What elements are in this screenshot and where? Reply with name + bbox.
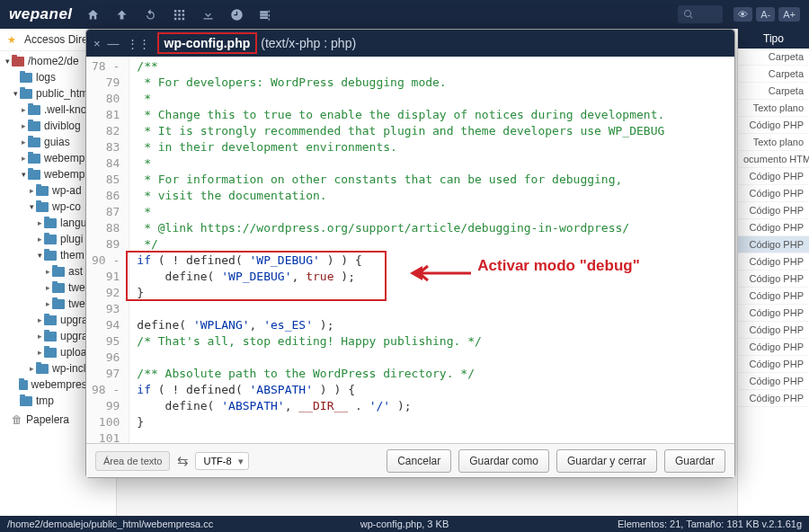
type-cell[interactable]: Código PHP [738,339,809,356]
chevron-right-icon[interactable]: ▸ [27,364,36,373]
textarea-mode-label[interactable]: Área de texto [95,451,170,471]
grid-icon[interactable] [173,7,187,22]
refresh-icon[interactable] [144,7,158,22]
type-cell[interactable]: Código PHP [738,236,809,253]
chevron-right-icon[interactable]: ▸ [35,332,44,341]
type-cell[interactable]: Código PHP [738,168,809,185]
type-cell[interactable]: Código PHP [738,219,809,236]
code-line[interactable]: define( 'ABSPATH', __DIR__ . '/' ); [137,398,727,414]
chevron-down-icon[interactable]: ▾ [11,89,20,98]
chevron-down-icon[interactable]: ▾ [19,170,28,179]
code-line[interactable] [137,430,727,443]
chevron-right-icon[interactable]: ▸ [19,121,28,130]
chevron-right-icon[interactable]: ▸ [19,154,28,163]
code-line[interactable]: } [137,414,727,430]
chevron-right-icon[interactable]: ▸ [43,267,52,276]
chevron-right-icon[interactable]: ▸ [35,235,44,244]
type-cell[interactable]: Código PHP [738,253,809,270]
save-button[interactable]: Guardar [664,449,725,473]
type-cell[interactable]: Texto plano [738,134,809,151]
code-area[interactable]: Activar modo "debug" /** * For developer… [129,57,734,443]
font-decrease-button[interactable]: A- [756,7,775,22]
chevron-right-icon[interactable]: ▸ [19,137,28,146]
up-icon[interactable] [115,7,129,22]
tree-item-label: wp-ad [52,184,82,197]
type-cell[interactable]: Código PHP [738,390,809,407]
code-line[interactable]: * @link https://wordpress.org/support/ar… [137,220,727,236]
chevron-right-icon[interactable]: ▸ [27,186,36,195]
folder-icon [44,348,57,358]
gutter-line: 96 [92,350,120,366]
code-line[interactable]: if ( ! defined( 'WP_DEBUG' ) ) { [137,253,727,269]
save-as-button[interactable]: Guardar como [458,449,549,473]
chevron-right-icon[interactable]: ▸ [19,105,28,114]
chevron-right-icon[interactable]: ▸ [35,315,44,324]
minimize-icon[interactable]: — [108,37,120,50]
editor-body[interactable]: 78 -798081828384858687888990 -9192939495… [86,57,734,443]
type-cell[interactable]: Código PHP [738,117,809,134]
type-cell[interactable]: Código PHP [738,288,809,305]
chevron-right-icon[interactable]: ▸ [35,348,44,357]
chevron-right-icon[interactable]: ▸ [43,299,52,308]
code-line[interactable]: * visit the documentation. [137,188,727,204]
code-line[interactable]: */ [137,236,727,253]
code-line[interactable]: * [137,155,727,172]
type-cell[interactable]: Carpeta [738,83,809,100]
editor-filename: wp-config.php [157,32,258,54]
status-file: wp-config.php, 3 KB [360,519,449,529]
home-icon[interactable] [86,7,101,22]
chevron-right-icon[interactable]: ▸ [43,283,52,292]
type-cell[interactable]: Código PHP [738,305,809,322]
code-line[interactable]: * Change this to true to enable the disp… [137,107,727,123]
type-cell[interactable]: Código PHP [738,202,809,219]
search-input[interactable] [678,5,723,23]
code-line[interactable]: /** Absolute path to the WordPress direc… [137,366,727,382]
save-close-button[interactable]: Guardar y cerrar [556,449,657,473]
type-cell[interactable]: Código PHP [738,185,809,202]
code-line[interactable]: * It is strongly recommended that plugin… [137,123,727,139]
code-line[interactable]: } [137,285,727,301]
folder-icon [52,283,65,293]
code-line[interactable] [137,350,727,366]
gutter-line: 98 - [92,382,120,398]
chevron-right-icon[interactable]: ▸ [35,218,44,227]
chevron-down-icon[interactable]: ▾ [35,251,44,260]
clock-icon[interactable] [230,7,244,22]
download-icon[interactable] [201,7,216,22]
code-line[interactable]: * For information on other constants tha… [137,172,727,188]
chevron-down-icon[interactable]: ▾ [3,57,12,66]
folder-icon [28,121,40,131]
type-cell[interactable]: Código PHP [738,322,809,339]
code-line[interactable]: * For developers: WordPress debugging mo… [137,75,727,91]
code-line[interactable] [137,301,727,317]
code-line[interactable]: /** [137,58,727,75]
visibility-toggle-icon[interactable]: 👁 [733,7,752,22]
code-line[interactable]: * [137,204,727,220]
tree-item-label: guias [44,136,70,148]
code-line[interactable]: * [137,91,727,107]
code-line[interactable]: /* That's all, stop editing! Happy publi… [137,333,727,350]
chevron-down-icon[interactable]: ▾ [27,202,36,211]
code-line[interactable]: if ( ! defined( 'ABSPATH' ) ) { [137,382,727,398]
settings-icon[interactable] [259,7,273,22]
type-cell[interactable]: Código PHP [738,270,809,288]
code-line[interactable]: define( 'WP_DEBUG', true ); [137,269,727,285]
font-increase-button[interactable]: A+ [778,7,800,22]
type-header[interactable]: Tipo [738,29,809,49]
type-cell[interactable]: Carpeta [738,49,809,66]
type-cell[interactable]: ocumento HTML [738,151,809,168]
type-cell[interactable]: Código PHP [738,373,809,390]
toggle-icon[interactable]: ⇆ [177,453,188,469]
drag-handle-icon[interactable]: ⋮⋮ [127,37,150,50]
code-line[interactable]: define( 'WPLANG', 'es_ES' ); [137,317,727,333]
star-icon: ★ [7,34,16,46]
type-cell[interactable]: Texto plano [738,100,809,117]
type-cell[interactable]: Código PHP [738,356,809,373]
cancel-button[interactable]: Cancelar [387,449,451,473]
tree-item-label: upgra [60,330,88,342]
type-cell[interactable]: Carpeta [738,66,809,83]
gutter-line: 79 [92,75,120,91]
close-icon[interactable]: × [93,37,101,50]
encoding-select[interactable]: UTF-8 [195,452,248,470]
code-line[interactable]: * in their development environments. [137,139,727,155]
